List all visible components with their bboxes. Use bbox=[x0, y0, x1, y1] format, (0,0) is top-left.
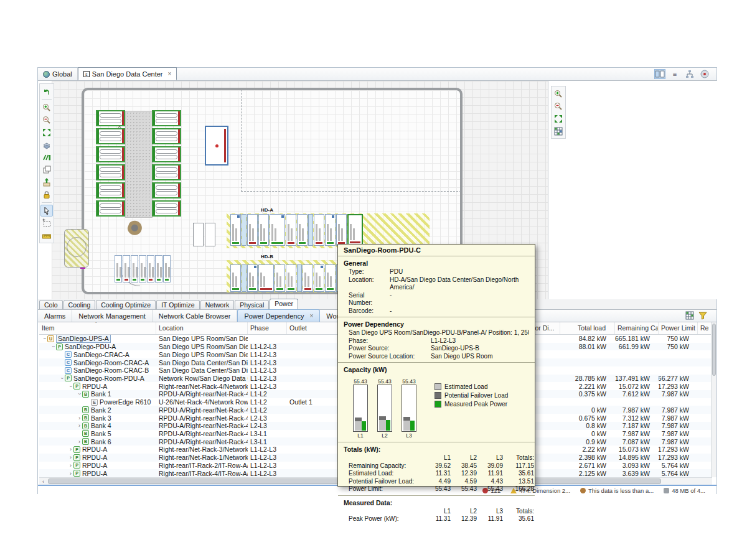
rack[interactable] bbox=[96, 110, 125, 126]
zoom-in-button[interactable] bbox=[552, 88, 565, 100]
editor-tab-san-diego-data-center[interactable]: sSan Diego Data Center× bbox=[78, 67, 177, 80]
rack[interactable] bbox=[96, 182, 125, 198]
rack-unit[interactable] bbox=[230, 264, 241, 292]
rack-unit[interactable] bbox=[336, 214, 347, 246]
rack-unit[interactable] bbox=[155, 255, 162, 282]
select-area-button[interactable] bbox=[40, 217, 53, 229]
scroll-left-arrow[interactable]: ‹ bbox=[39, 478, 47, 485]
crac-unit-b[interactable] bbox=[205, 223, 215, 246]
filter-icon[interactable] bbox=[698, 311, 708, 322]
rack[interactable] bbox=[96, 164, 125, 180]
rack-unit[interactable] bbox=[131, 255, 138, 282]
rack-unit[interactable] bbox=[286, 214, 296, 246]
close-icon[interactable]: × bbox=[168, 70, 172, 77]
rack-unit[interactable] bbox=[297, 214, 308, 246]
rack-unit[interactable] bbox=[286, 264, 296, 292]
expand-chevron-icon[interactable]: › bbox=[42, 336, 48, 342]
zoom-in-button[interactable] bbox=[40, 101, 53, 113]
hierarchy-view-icon[interactable] bbox=[684, 69, 695, 79]
layers-button[interactable] bbox=[40, 139, 53, 151]
view-menu-icon[interactable]: ≡ bbox=[669, 69, 680, 79]
rack-unit[interactable] bbox=[258, 214, 269, 246]
table-settings-icon[interactable] bbox=[685, 311, 695, 322]
layer-tab-power[interactable]: Power bbox=[270, 299, 298, 309]
layer-tab-colo[interactable]: Colo bbox=[39, 300, 63, 309]
column-header-power-limit[interactable]: Power Limit bbox=[659, 322, 698, 334]
rack[interactable] bbox=[96, 128, 125, 144]
copy-button[interactable] bbox=[40, 164, 53, 175]
expand-chevron-icon[interactable]: › bbox=[68, 470, 73, 477]
rack-unit[interactable] bbox=[325, 214, 336, 246]
column-header-item[interactable]: Itemˆ bbox=[39, 322, 156, 334]
column-header-outlet[interactable]: Outlet bbox=[287, 322, 338, 334]
selected-pdu-object[interactable] bbox=[205, 126, 228, 166]
close-icon[interactable]: × bbox=[309, 312, 313, 319]
export-button[interactable] bbox=[40, 176, 53, 188]
layer-tab-network[interactable]: Network bbox=[200, 300, 235, 309]
select-pointer-button[interactable] bbox=[40, 205, 53, 217]
expand-chevron-icon[interactable]: › bbox=[77, 415, 82, 421]
layer-tab-physical[interactable]: Physical bbox=[235, 300, 269, 309]
rack[interactable] bbox=[96, 146, 125, 162]
rack[interactable] bbox=[96, 200, 125, 217]
rack-unit[interactable] bbox=[247, 214, 258, 246]
layer-tab-it-optimize[interactable]: IT Optimize bbox=[156, 300, 199, 309]
zoom-out-button[interactable] bbox=[40, 114, 53, 126]
rack-unit[interactable] bbox=[163, 255, 171, 282]
rack-unit[interactable] bbox=[314, 214, 324, 246]
rack-unit[interactable] bbox=[242, 264, 247, 292]
rack[interactable] bbox=[152, 164, 181, 180]
perspective-icon[interactable] bbox=[699, 69, 710, 79]
rack[interactable] bbox=[152, 110, 181, 126]
rack-unit[interactable] bbox=[325, 264, 336, 292]
view-tab-power-dependency[interactable]: Power Dependency× bbox=[237, 309, 320, 322]
expand-chevron-icon[interactable]: › bbox=[77, 439, 82, 445]
rack-unit[interactable] bbox=[275, 264, 285, 292]
expand-chevron-icon[interactable]: › bbox=[68, 446, 73, 452]
vertical-scrollbar-thumb[interactable] bbox=[712, 324, 716, 376]
rack-unit[interactable] bbox=[258, 264, 274, 292]
walls-button[interactable] bbox=[40, 151, 53, 163]
column-header-total-load[interactable]: Total load bbox=[560, 322, 615, 334]
expand-chevron-icon[interactable]: › bbox=[68, 383, 74, 389]
column-header-re[interactable]: Re bbox=[698, 322, 712, 334]
rack-unit[interactable] bbox=[242, 214, 247, 246]
rack-unit[interactable] bbox=[115, 255, 122, 282]
lock-button[interactable] bbox=[40, 189, 53, 200]
expand-chevron-icon[interactable]: › bbox=[68, 454, 73, 460]
rack-unit[interactable] bbox=[297, 264, 302, 292]
column-header-phase[interactable]: Phase bbox=[248, 322, 287, 334]
rack-unit[interactable] bbox=[139, 255, 146, 282]
expand-chevron-icon[interactable]: › bbox=[77, 391, 83, 397]
rack-unit[interactable] bbox=[347, 214, 363, 246]
rack-unit[interactable] bbox=[230, 214, 241, 246]
layout-grid-button[interactable] bbox=[552, 125, 565, 137]
undo-button[interactable] bbox=[40, 85, 53, 97]
view-tab-network-management[interactable]: Network Management bbox=[72, 310, 153, 322]
rack-unit[interactable] bbox=[270, 214, 285, 246]
layer-tab-cooling-optimize[interactable]: Cooling Optimize bbox=[96, 300, 156, 309]
view-tab-alarms[interactable]: Alarms bbox=[38, 310, 72, 322]
zoom-fit-button[interactable] bbox=[552, 113, 565, 124]
zoom-fit-button[interactable] bbox=[40, 126, 53, 138]
rack[interactable] bbox=[152, 128, 181, 144]
rack-unit[interactable] bbox=[123, 255, 130, 282]
editor-tab-global[interactable]: Global bbox=[38, 68, 78, 80]
split-editor-icon[interactable] bbox=[654, 69, 665, 79]
measure-button[interactable] bbox=[40, 230, 53, 241]
rack[interactable] bbox=[152, 182, 181, 198]
rack-unit[interactable] bbox=[314, 264, 324, 292]
expand-chevron-icon[interactable]: › bbox=[50, 344, 57, 350]
vertical-scrollbar[interactable] bbox=[711, 322, 716, 477]
view-tab-network-cable-browser[interactable]: Network Cable Browser bbox=[153, 310, 238, 322]
rack-unit[interactable] bbox=[308, 214, 313, 246]
rack-unit[interactable] bbox=[303, 264, 313, 292]
expand-chevron-icon[interactable]: › bbox=[68, 462, 73, 469]
expand-chevron-icon[interactable]: › bbox=[59, 375, 65, 381]
column-header-remaining-ca-[interactable]: Remaining Ca... bbox=[615, 322, 659, 334]
layer-tab-cooling[interactable]: Cooling bbox=[63, 300, 96, 309]
crac-unit-a[interactable] bbox=[193, 223, 204, 246]
zoom-out-button[interactable] bbox=[552, 100, 565, 112]
expand-chevron-icon[interactable]: › bbox=[77, 422, 82, 429]
rack[interactable] bbox=[152, 146, 181, 162]
